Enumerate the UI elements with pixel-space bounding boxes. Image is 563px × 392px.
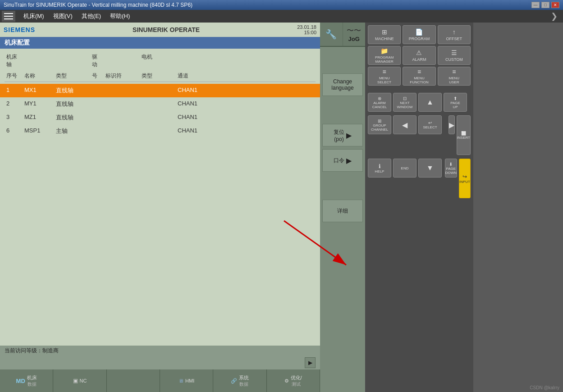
fn-program-manager[interactable]: 📁 PROGRAM MANAGER <box>368 46 401 65</box>
wrench-button[interactable]: 🔧 <box>320 23 343 46</box>
nav-select-label: SELECT <box>423 125 437 129</box>
sk-nc[interactable]: ▣ NC <box>53 369 106 392</box>
nav-select[interactable]: ↩ SELECT <box>418 115 442 134</box>
main-layout: SIEMENS SINUMERIK OPERATE 23.01.18 15:00… <box>0 23 563 392</box>
sk-command-label: 口令 <box>334 157 344 164</box>
fn-custom[interactable]: ☰ CUSTOM <box>438 46 471 65</box>
nav-insert[interactable]: ⬜ INSERT <box>457 115 471 155</box>
sk-empty-mid <box>322 99 363 121</box>
row1-channel: CHAN1 <box>176 86 212 96</box>
table-row[interactable]: 1 MX1 直线轴 CHAN1 <box>0 84 320 97</box>
fn-menu-function[interactable]: ≡ MENU FUNCTION <box>403 67 435 86</box>
screen-datetime: 23.01.18 15:00 <box>297 24 316 35</box>
minimize-button[interactable]: — <box>531 2 540 8</box>
jog-waves-icon: 〜〜 <box>347 26 361 36</box>
sk-optimize-test[interactable]: ⚙ 优化/ 测试 <box>267 369 320 392</box>
table-subheader: 序号 名称 类型 号 标识符 类型 通道 <box>5 70 316 82</box>
sk-change-language[interactable]: Change language <box>322 73 363 96</box>
nav-right-arrow[interactable]: ▶ <box>449 115 455 134</box>
fn-program-manager-label: PROGRAM MANAGER <box>375 55 394 64</box>
row3-name: MZ1 <box>23 113 54 123</box>
sk-command-arrow: ▶ <box>346 156 352 165</box>
sk-system-data[interactable]: 🔗 系统 数据 <box>213 369 266 392</box>
row3-num: 3 <box>5 113 23 123</box>
hamburger-menu[interactable] <box>2 11 15 22</box>
sk-detail-label: 详细 <box>337 207 348 215</box>
menu-function-icon: ≡ <box>417 68 421 75</box>
table-row[interactable]: 2 MY1 直线轴 CHAN1 <box>5 97 316 111</box>
nav-right-arrow[interactable]: ▶ <box>305 357 316 368</box>
fn-program-label: PROGRAM <box>409 36 430 41</box>
fn-row3: ≡ MENU SELECT ≡ MENU FUNCTION ≡ MENU USE… <box>368 67 471 86</box>
sk-empty-top <box>322 48 363 71</box>
fn-machine[interactable]: ⊞ MACHINE <box>368 25 401 44</box>
jog-button[interactable]: 〜〜 JoG <box>343 23 366 46</box>
menu-view[interactable]: 视图(V) <box>49 10 77 22</box>
menu-other[interactable]: 其他(E) <box>77 10 105 22</box>
sk-reset[interactable]: 复位(po) ▶ <box>322 124 363 146</box>
menu-select-icon: ≡ <box>383 68 386 75</box>
screen-bottom-strip: ▶ <box>0 356 320 369</box>
row3-drive-id <box>104 113 140 123</box>
nav-group-channel[interactable]: ⊞ GROUP CHANNEL <box>368 115 391 134</box>
nav-help-label: HELP <box>375 169 384 173</box>
nav-end[interactable]: END <box>393 159 417 178</box>
menu-help[interactable]: 帮助(H) <box>105 10 134 22</box>
watermark: CSDN @kalrry <box>530 385 559 390</box>
sk-machine-data[interactable]: MD 机床 数据 <box>0 369 53 392</box>
screen-empty-area <box>0 141 320 346</box>
nav-row2-right: ▶ ⬜ INSERT <box>449 115 471 155</box>
row4-drive-num <box>90 126 104 136</box>
status-text: 当前访问等级：制造商 <box>5 347 59 354</box>
screen-wrapper: SIEMENS SINUMERIK OPERATE 23.01.18 15:00… <box>0 23 320 392</box>
fn-offset[interactable]: ↑ OFFSET <box>438 25 471 44</box>
row1-drive-num <box>90 86 104 96</box>
close-button[interactable]: ✕ <box>551 2 559 8</box>
fn-menu-user-label: MENU USER <box>449 76 460 84</box>
nav-up-arrow[interactable]: ▲ <box>418 93 442 112</box>
row3-channel: CHAN1 <box>176 113 212 123</box>
alarm-icon: ⚠ <box>416 49 422 56</box>
nav-next-window[interactable]: ⊡ NEXT WINDOW <box>393 93 417 112</box>
row3-drive-num <box>90 113 104 123</box>
fn-program[interactable]: 📄 PROGRAM <box>403 25 435 44</box>
fn-alarm[interactable]: ⚠ ALARM <box>403 46 435 65</box>
window-controls: — □ ✕ <box>531 2 559 8</box>
menu-bar: 机床(M) 视图(V) 其他(E) 帮助(H) ❯ <box>0 10 563 23</box>
row1-drive-id <box>104 86 140 96</box>
fn-row2: 📁 PROGRAM MANAGER ⚠ ALARM ☰ CUSTOM <box>368 46 471 65</box>
group-channel-icon: ⊞ <box>378 119 381 123</box>
maximize-button[interactable]: □ <box>541 2 549 8</box>
table-row[interactable]: 3 MZ1 直线轴 CHAN1 <box>5 111 316 124</box>
fn-custom-label: CUSTOM <box>445 57 463 62</box>
table-header: 机床轴 驱动 电机 <box>5 51 316 70</box>
fn-menu-user[interactable]: ≡ MENU USER <box>438 67 471 86</box>
title-bar: SinuTrain for SINUMERIK Operate - Vertic… <box>0 0 563 10</box>
subheader-motor-type: 类型 <box>140 71 176 81</box>
sk-reset-arrow: ▶ <box>346 131 352 140</box>
fn-menu-select[interactable]: ≡ MENU SELECT <box>368 67 401 86</box>
row2-channel: CHAN1 <box>176 99 212 109</box>
nav-help[interactable]: ℹ HELP <box>368 159 391 178</box>
nav-input-label: INPUT <box>459 180 470 184</box>
subheader-drive-num: 号 <box>90 71 104 81</box>
table-row[interactable]: 6 MSP1 主轴 CHAN1 <box>5 124 316 138</box>
sk-hmi[interactable]: 🖥 HMI <box>160 369 213 392</box>
screen-and-softkey: SIEMENS SINUMERIK OPERATE 23.01.18 15:00… <box>0 23 365 392</box>
row4-channel: CHAN1 <box>176 126 212 136</box>
nav-input[interactable]: ↪ INPUT <box>459 159 471 198</box>
row2-name: MY1 <box>23 99 54 109</box>
sk-detail[interactable]: 详细 <box>322 200 363 222</box>
alarm-cancel-icon: ⊗ <box>378 96 381 101</box>
nav-left-arrow[interactable]: ◀ <box>393 115 417 134</box>
menu-machine[interactable]: 机床(M) <box>19 10 49 22</box>
fn-menu-select-label: MENU SELECT <box>377 76 391 84</box>
sk-command[interactable]: 口令 ▶ <box>322 149 363 172</box>
row1-motor-type <box>140 86 176 96</box>
nav-page-down[interactable]: ⬇ PAGE DOWN <box>445 159 457 178</box>
nav-page-up[interactable]: ⬆ PAGE UP <box>444 93 467 112</box>
sk-empty1 <box>107 369 160 392</box>
nav-down-arrow[interactable]: ▼ <box>418 159 442 178</box>
nav-alarm-cancel[interactable]: ⊗ ALARM CANCEL <box>368 93 391 112</box>
fn-offset-label: OFFSET <box>446 36 462 41</box>
